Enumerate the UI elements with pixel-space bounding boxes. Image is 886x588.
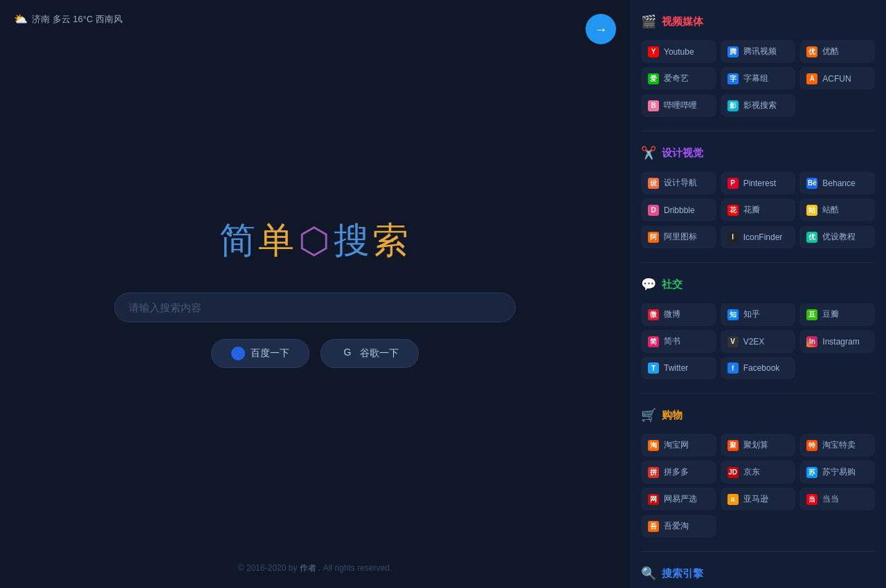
- footer-text: © 2016-2020 by: [238, 563, 298, 573]
- link-item-design-7[interactable]: IIconFinder: [721, 226, 796, 248]
- favicon-social-4: V: [727, 336, 739, 347]
- favicon-shop-3: 拼: [648, 467, 659, 478]
- favicon-video-6: B: [648, 100, 659, 111]
- right-panel: 🎬视频媒体YYoutube腾腾讯视频优优酷爱爱奇艺字字幕组AACFUNB哔哩哔哩…: [630, 0, 886, 588]
- baidu-search-button[interactable]: 🐾 百度一下: [211, 339, 309, 368]
- link-label-shop-9: 吾爱淘: [664, 520, 689, 532]
- link-label-video-4: 字幕组: [743, 73, 768, 84]
- main-content: 简 单 ⬡ 搜 索 🐾 百度一下 G 谷歌一下: [0, 38, 630, 588]
- link-item-social-3[interactable]: 简简书: [641, 330, 716, 353]
- link-item-shop-9[interactable]: 吾吾爱淘: [641, 515, 716, 538]
- link-item-design-6[interactable]: 阿阿里图标: [641, 226, 716, 248]
- link-item-shop-2[interactable]: 特淘宝特卖: [799, 434, 875, 457]
- favicon-design-7: I: [727, 232, 739, 243]
- divider-2: [641, 393, 875, 394]
- section-video: 🎬视频媒体YYoutube腾腾讯视频优优酷爱爱奇艺字字幕组AACFUNB哔哩哔哩…: [630, 11, 886, 117]
- arrow-button[interactable]: →: [586, 14, 616, 44]
- favicon-shop-9: 吾: [648, 521, 659, 532]
- link-item-video-4[interactable]: 字字幕组: [721, 67, 796, 90]
- link-label-social-0: 微博: [664, 309, 680, 320]
- link-item-social-5[interactable]: InInstagram: [799, 330, 875, 353]
- link-item-social-1[interactable]: 知知乎: [721, 303, 796, 326]
- favicon-video-0: Y: [648, 46, 659, 57]
- link-label-shop-5: 苏宁易购: [822, 466, 856, 478]
- search-input[interactable]: [114, 293, 516, 322]
- section-title-video: 视频媒体: [662, 15, 703, 28]
- link-item-shop-7[interactable]: a亚马逊: [721, 488, 796, 511]
- link-label-shop-1: 聚划算: [743, 439, 768, 451]
- favicon-shop-8: 当: [806, 494, 817, 505]
- link-label-design-4: 花瓣: [743, 204, 760, 216]
- link-label-design-6: 阿里图标: [664, 231, 697, 243]
- link-item-shop-1[interactable]: 聚聚划算: [721, 434, 796, 457]
- link-item-video-2[interactable]: 优优酷: [799, 40, 875, 63]
- link-item-video-0[interactable]: YYoutube: [641, 40, 716, 63]
- link-item-social-6[interactable]: TTwitter: [641, 357, 716, 379]
- footer-link[interactable]: 作者: [300, 563, 316, 573]
- link-item-video-6[interactable]: B哔哩哔哩: [641, 94, 716, 117]
- links-grid-social: 微微博知知乎豆豆瓣简简书VV2EXInInstagramTTwitterfFac…: [641, 303, 875, 379]
- link-item-design-0[interactable]: 设设计导航: [641, 172, 716, 194]
- weather-bar: ⛅ 济南 多云 16°C 西南风: [0, 0, 630, 38]
- baidu-icon: 🐾: [231, 347, 245, 360]
- link-item-social-2[interactable]: 豆豆瓣: [799, 303, 875, 326]
- favicon-design-4: 花: [727, 205, 739, 216]
- favicon-social-6: T: [648, 362, 659, 374]
- link-item-social-0[interactable]: 微微博: [641, 303, 716, 326]
- baidu-label: 百度一下: [251, 347, 289, 360]
- section-header-shop: 🛒购物: [641, 405, 875, 425]
- link-label-social-5: Instagram: [822, 337, 859, 347]
- google-search-button[interactable]: G 谷歌一下: [320, 339, 419, 368]
- favicon-design-2: Bē: [806, 178, 817, 189]
- link-item-design-8[interactable]: 优优设教程: [799, 226, 875, 248]
- link-item-social-7[interactable]: fFacebook: [721, 357, 796, 379]
- link-item-design-1[interactable]: PPinterest: [721, 172, 796, 194]
- link-item-video-1[interactable]: 腾腾讯视频: [721, 40, 796, 63]
- section-searchengine: 🔍搜索引擎: [630, 563, 886, 584]
- link-item-design-3[interactable]: DDribbble: [641, 199, 716, 221]
- section-design: ✂️设计视觉设设计导航PPinterestBēBehanceDDribbble花…: [630, 143, 886, 248]
- divider-0: [641, 131, 875, 131]
- link-item-shop-5[interactable]: 苏苏宁易购: [799, 461, 875, 484]
- link-label-shop-2: 淘宝特卖: [822, 439, 856, 451]
- favicon-design-8: 优: [806, 232, 817, 243]
- link-item-shop-0[interactable]: 淘淘宝网: [641, 434, 716, 457]
- link-item-video-7[interactable]: 影影视搜索: [721, 94, 796, 117]
- section-header-searchengine: 🔍搜索引擎: [641, 563, 875, 584]
- link-label-video-2: 优酷: [822, 46, 839, 57]
- link-item-shop-8[interactable]: 当当当: [799, 488, 875, 511]
- divider-3: [641, 551, 875, 552]
- favicon-shop-5: 苏: [806, 467, 817, 478]
- favicon-video-3: 爱: [648, 73, 659, 84]
- link-label-shop-0: 淘宝网: [664, 439, 689, 451]
- favicon-social-7: f: [727, 362, 739, 374]
- link-item-shop-6[interactable]: 网网易严选: [641, 488, 716, 511]
- section-header-design: ✂️设计视觉: [641, 143, 875, 163]
- link-label-design-5: 站酷: [822, 204, 839, 216]
- favicon-shop-0: 淘: [648, 440, 659, 451]
- link-label-social-1: 知乎: [743, 309, 760, 320]
- google-icon: G: [341, 347, 354, 360]
- link-label-video-7: 影视搜索: [743, 100, 777, 111]
- favicon-social-2: 豆: [806, 309, 817, 320]
- section-social: 💬社交微微博知知乎豆豆瓣简简书VV2EXInInstagramTTwitterf…: [630, 274, 886, 379]
- link-item-design-5[interactable]: 站站酷: [799, 199, 875, 221]
- link-item-shop-3[interactable]: 拼拼多多: [641, 461, 716, 484]
- favicon-video-7: 影: [727, 100, 739, 111]
- link-item-video-3[interactable]: 爱爱奇艺: [641, 67, 716, 90]
- link-item-social-4[interactable]: VV2EX: [721, 330, 796, 353]
- link-item-video-5[interactable]: AACFUN: [799, 67, 875, 90]
- favicon-design-1: P: [727, 178, 739, 189]
- link-item-shop-4[interactable]: JD京东: [721, 461, 796, 484]
- link-item-design-4[interactable]: 花花瓣: [721, 199, 796, 221]
- link-label-video-6: 哔哩哔哩: [664, 100, 697, 111]
- section-header-social: 💬社交: [641, 274, 875, 295]
- favicon-social-1: 知: [727, 309, 739, 320]
- section-icon-video: 🎬: [641, 14, 656, 29]
- link-item-design-2[interactable]: BēBehance: [799, 172, 875, 194]
- links-grid-video: YYoutube腾腾讯视频优优酷爱爱奇艺字字幕组AACFUNB哔哩哔哩影影视搜索: [641, 40, 875, 117]
- logo-char-3: 搜: [334, 217, 372, 265]
- link-label-shop-3: 拼多多: [664, 466, 689, 478]
- favicon-social-5: In: [806, 336, 817, 347]
- logo-char-4: 索: [372, 217, 411, 265]
